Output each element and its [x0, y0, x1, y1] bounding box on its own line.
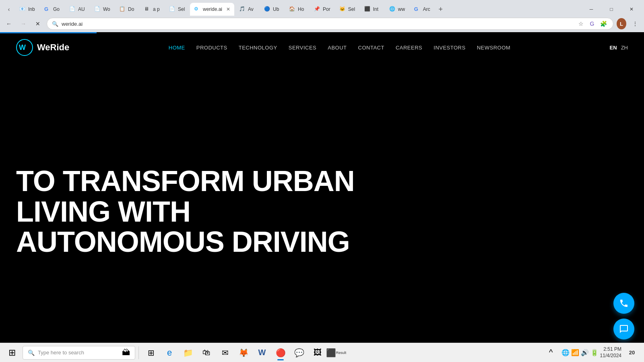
tab-ub[interactable]: 🔵 Ub	[260, 3, 284, 16]
address-bar[interactable]: 🔍 weride.ai ☆ G 🧩	[47, 18, 613, 30]
do-favicon: 📋	[119, 6, 126, 12]
close-window-button[interactable]: ✕	[622, 4, 641, 15]
minimize-button[interactable]: ─	[582, 4, 601, 15]
system-tray: ^ 🌐 📶 🔊 🔋 2:51 PM 11/4/2024 20	[542, 344, 641, 362]
ub-favicon: 🔵	[264, 6, 270, 12]
taskbar: ⊞ 🔍 Type here to search 🏔 ⊞ e 📁 🛍 ✉ 🦊 W …	[0, 343, 644, 362]
network-icon: 📶	[571, 349, 579, 356]
firefox-icon: 🦊	[239, 348, 249, 358]
tab-au[interactable]: 📄 AU	[65, 3, 89, 16]
slack-icon: 💬	[294, 348, 304, 358]
fab-phone-button[interactable]	[613, 293, 634, 314]
photos-icon: 🖼	[314, 348, 322, 357]
tab-label: a p	[153, 6, 160, 12]
edge-icon: e	[167, 348, 172, 358]
word-button[interactable]: W	[253, 344, 271, 362]
photos-button[interactable]: 🖼	[309, 344, 326, 362]
system-clock[interactable]: 2:51 PM 11/4/2024	[600, 346, 621, 359]
date-display: 11/4/2024	[600, 353, 621, 359]
tab-av[interactable]: 🎵 Av	[235, 3, 259, 16]
tab-scroll-back[interactable]: ‹	[3, 4, 14, 15]
file-explorer-button[interactable]: 📁	[179, 344, 197, 362]
result-label: Result	[336, 351, 347, 355]
tab-sel2[interactable]: 🐱 Sel	[335, 3, 359, 16]
taskbar-pinned-icons: ⊞ e 📁 🛍 ✉ 🦊 W 🔴 💬 🖼 ⬛ Result	[142, 344, 345, 362]
nav-careers[interactable]: CAREERS	[396, 45, 422, 51]
back-button[interactable]: ←	[3, 18, 14, 29]
nav-services[interactable]: SERVICES	[289, 45, 317, 51]
int-favicon: ⬛	[364, 6, 371, 12]
edge-button[interactable]: e	[161, 344, 178, 362]
slack-button[interactable]: 💬	[290, 344, 308, 362]
address-bar-actions: ☆ G 🧩	[576, 19, 608, 29]
fab-chat-button[interactable]	[613, 319, 634, 339]
show-hidden-icons-button[interactable]: ^	[542, 344, 560, 362]
browser-window: ‹ 📧 Inb G Go 📄 AU 📄 Wo 📋 Do 🖥 a p	[0, 0, 644, 362]
tab-label: Sel	[178, 6, 185, 12]
weride-logo-icon: W	[16, 39, 33, 56]
browser-menu-button[interactable]: ⋮	[630, 18, 641, 29]
mail-button[interactable]: ✉	[216, 344, 234, 362]
por-favicon: 📌	[314, 6, 320, 12]
sel1-favicon: 📄	[169, 6, 175, 12]
tab-wo[interactable]: 📄 Wo	[90, 3, 114, 16]
new-tab-button[interactable]: +	[435, 4, 446, 15]
av-favicon: 🎵	[239, 6, 246, 12]
maximize-button[interactable]: □	[602, 4, 621, 15]
tab-do[interactable]: 📋 Do	[115, 3, 139, 16]
tab-ho[interactable]: 🏠 Ho	[285, 3, 309, 16]
task-view-button[interactable]: ⊞	[142, 344, 160, 362]
notification-button[interactable]: 20	[623, 344, 641, 362]
site-logo[interactable]: W WeRide	[16, 39, 69, 56]
windows-icon: ⊞	[8, 348, 16, 358]
chrome-button[interactable]: 🔴	[272, 344, 289, 362]
language-switcher: EN ZH	[610, 45, 628, 51]
reload-button[interactable]: ✕	[32, 18, 43, 29]
security-icon: 🔍	[52, 21, 58, 27]
language-bar-icon: 🌐	[561, 349, 570, 356]
tab-close-button[interactable]: ✕	[226, 6, 230, 12]
tab-por[interactable]: 📌 Por	[310, 3, 334, 16]
tab-gmail[interactable]: 📧 Inb	[15, 3, 39, 16]
svg-text:W: W	[19, 43, 26, 51]
forward-button[interactable]: →	[18, 18, 29, 29]
nav-products[interactable]: PRODUCTS	[196, 45, 227, 51]
start-button[interactable]: ⊞	[3, 344, 21, 362]
extensions-button[interactable]: 🧩	[599, 19, 608, 29]
au-favicon: 📄	[69, 6, 76, 12]
profile-button[interactable]: L	[617, 19, 626, 29]
chat-icon	[619, 324, 629, 334]
wo-favicon: 📄	[94, 6, 101, 12]
nav-technology[interactable]: TECHNOLOGY	[239, 45, 277, 51]
taskbar-search[interactable]: 🔍 Type here to search 🏔	[23, 346, 135, 360]
tab-ww[interactable]: 🌐 ww	[385, 3, 409, 16]
nav-investors[interactable]: INVESTORS	[433, 45, 465, 51]
tab-label: AU	[78, 6, 85, 12]
address-bar-row: ← → ✕ 🔍 weride.ai ☆ G 🧩 L ⋮	[0, 16, 644, 32]
grammarly-button[interactable]: G	[587, 19, 597, 29]
word-icon: W	[258, 348, 266, 357]
lang-zh-button[interactable]: ZH	[621, 45, 628, 51]
tab-label: Go	[53, 6, 60, 12]
tab-arc[interactable]: G Arc	[410, 3, 434, 16]
nav-about[interactable]: ABOUT	[328, 45, 347, 51]
nav-contact[interactable]: CONTACT	[358, 45, 384, 51]
tab-label: Sel	[348, 6, 355, 12]
tab-google[interactable]: G Go	[40, 3, 64, 16]
tab-ap[interactable]: 🖥 a p	[140, 3, 164, 16]
result-app-button[interactable]: ⬛ Result	[327, 344, 345, 362]
profile-avatar: L	[617, 18, 626, 29]
mail-icon: ✉	[222, 348, 229, 358]
result-app-icon: ⬛	[326, 348, 336, 358]
lang-en-button[interactable]: EN	[610, 45, 617, 51]
nav-newsroom[interactable]: NEWSROOM	[477, 45, 510, 51]
tab-sel1[interactable]: 📄 Sel	[165, 3, 189, 16]
microsoft-store-button[interactable]: 🛍	[198, 344, 215, 362]
nav-home[interactable]: HOME	[169, 45, 185, 51]
tab-int[interactable]: ⬛ Int	[360, 3, 384, 16]
bookmark-button[interactable]: ☆	[576, 19, 586, 29]
tab-label: weride.ai	[203, 6, 222, 12]
firefox-button[interactable]: 🦊	[235, 344, 252, 362]
tab-weride[interactable]: ⚙ weride.ai ✕	[190, 3, 234, 16]
gmail-favicon: 📧	[19, 6, 26, 12]
